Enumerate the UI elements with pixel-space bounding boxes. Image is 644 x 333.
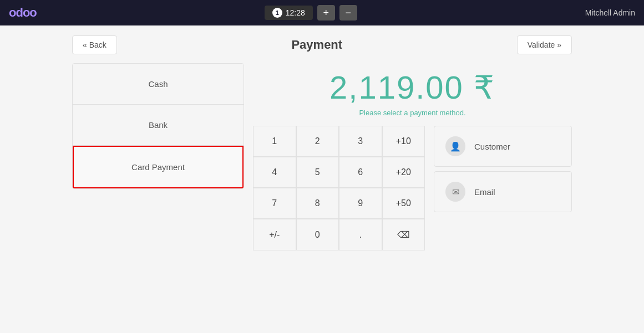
main-layout: Cash Bank Card Payment 2,119.00 ₹ Please… <box>72 63 572 250</box>
numpad-key-3[interactable]: 3 <box>339 126 382 156</box>
customer-button[interactable]: 👤 Customer <box>434 126 572 167</box>
topbar: odoo 1 12:28 + − Mitchell Admin <box>0 0 644 25</box>
page-title: Payment <box>291 38 342 52</box>
logo-text: odoo <box>9 6 37 19</box>
amount-hint: Please select a payment method. <box>253 109 572 117</box>
numpad-key-5[interactable]: 5 <box>297 157 339 187</box>
customer-label: Customer <box>474 142 510 151</box>
payment-methods-panel: Cash Bank Card Payment <box>72 63 244 189</box>
numpad-key-0[interactable]: 0 <box>297 219 339 250</box>
numpad-key-6[interactable]: 6 <box>339 157 382 187</box>
minus-button[interactable]: − <box>339 5 357 21</box>
topbar-center: 1 12:28 + − <box>265 5 357 21</box>
numpad-key-_20[interactable]: +20 <box>383 157 425 187</box>
numpad-key-2[interactable]: 2 <box>297 126 339 156</box>
numpad-key-_50[interactable]: +50 <box>383 188 425 218</box>
email-button[interactable]: ✉ Email <box>434 171 572 212</box>
order-tab[interactable]: 1 12:28 <box>265 6 313 20</box>
numpad-key-9[interactable]: 9 <box>339 188 382 218</box>
order-time: 12:28 <box>286 8 305 17</box>
numpad-key-_[interactable]: ⌫ <box>383 219 425 250</box>
payment-method-card[interactable]: Card Payment <box>73 146 244 188</box>
odoo-logo: odoo <box>9 6 37 20</box>
amount-area: 2,119.00 ₹ Please select a payment metho… <box>253 63 572 120</box>
numpad-key-_10[interactable]: +10 <box>383 126 425 156</box>
numpad-key-_[interactable]: . <box>339 219 382 250</box>
user-name: Mitchell Admin <box>585 8 635 17</box>
customer-panel: 👤 Customer ✉ Email <box>434 126 572 250</box>
bottom-row: 123+10456+20789+50+/-0.⌫ 👤 Customer ✉ Em… <box>253 126 572 250</box>
payment-method-bank[interactable]: Bank <box>73 105 244 146</box>
order-number: 1 <box>272 8 282 18</box>
customer-icon: 👤 <box>445 136 465 156</box>
amount-display: 2,119.00 ₹ <box>253 69 572 106</box>
numpad-key-8[interactable]: 8 <box>297 188 339 218</box>
numpad-key-___[interactable]: +/- <box>253 219 296 250</box>
payment-screen: « Back Payment Validate » Cash Bank Card… <box>0 25 644 250</box>
validate-button[interactable]: Validate » <box>517 35 572 54</box>
numpad-key-1[interactable]: 1 <box>253 126 296 156</box>
payment-method-cash[interactable]: Cash <box>73 64 244 105</box>
email-label: Email <box>474 187 495 197</box>
add-order-button[interactable]: + <box>317 5 335 21</box>
numpad-key-4[interactable]: 4 <box>253 157 296 187</box>
email-icon: ✉ <box>445 182 465 202</box>
back-button[interactable]: « Back <box>72 35 117 54</box>
numpad: 123+10456+20789+50+/-0.⌫ <box>253 126 425 250</box>
payment-header: « Back Payment Validate » <box>72 25 572 63</box>
numpad-key-7[interactable]: 7 <box>253 188 296 218</box>
right-panel: 2,119.00 ₹ Please select a payment metho… <box>253 63 572 250</box>
